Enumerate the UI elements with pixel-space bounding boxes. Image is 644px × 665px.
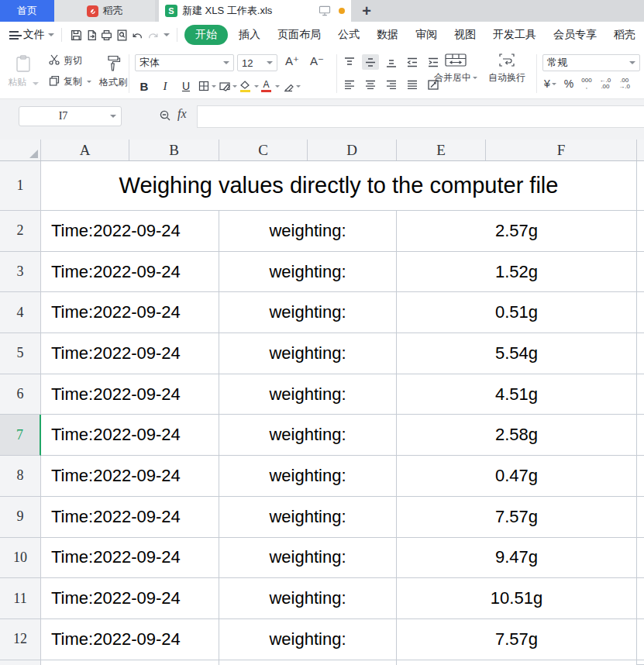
align-middle-button[interactable] xyxy=(362,54,379,70)
row-header[interactable]: 8 xyxy=(0,456,41,497)
cell-sliver[interactable] xyxy=(637,578,644,619)
font-size-select[interactable]: 12 xyxy=(237,54,277,71)
menu-tab-formulas[interactable]: 公式 xyxy=(329,25,368,45)
cell-shading-button[interactable] xyxy=(219,78,237,95)
cell-time[interactable]: Time:2022-09-24 xyxy=(41,497,219,538)
paste-button[interactable]: 粘贴 xyxy=(6,51,40,89)
underline-button[interactable]: U xyxy=(177,78,195,95)
wrap-text-button[interactable]: 自动换行 xyxy=(488,53,525,84)
align-right-button[interactable] xyxy=(383,77,400,92)
tab-home[interactable]: 首页 xyxy=(0,0,54,22)
cell-weighting-label[interactable]: weighting: xyxy=(219,252,397,293)
print-button[interactable] xyxy=(99,26,115,44)
cell-sliver[interactable] xyxy=(637,211,644,252)
row-header[interactable]: 2 xyxy=(0,211,41,252)
align-left-button[interactable] xyxy=(341,77,358,92)
cell-weight-value[interactable]: 2.57g xyxy=(397,211,637,252)
cell-weight-value[interactable]: 1.52g xyxy=(397,252,637,293)
cell-sliver[interactable] xyxy=(637,497,644,538)
menu-tab-review[interactable]: 审阅 xyxy=(407,25,446,45)
cell-weighting-label[interactable] xyxy=(219,660,397,665)
select-all-corner[interactable] xyxy=(0,140,41,160)
save-button[interactable] xyxy=(68,26,84,44)
italic-button[interactable]: I xyxy=(156,78,174,95)
row-header[interactable]: 1 xyxy=(0,161,41,211)
row-header[interactable]: 4 xyxy=(0,292,41,333)
font-color-button[interactable]: A xyxy=(261,78,271,95)
cell-weight-value[interactable] xyxy=(397,660,637,665)
number-format-select[interactable]: 常规 xyxy=(542,54,640,71)
cell-sliver[interactable] xyxy=(637,161,644,211)
eraser-button[interactable] xyxy=(282,78,301,95)
row-header[interactable]: 10 xyxy=(0,538,41,579)
cell-sliver[interactable] xyxy=(637,292,644,333)
column-header-e[interactable]: E xyxy=(397,140,486,160)
magnifier-minus-icon[interactable] xyxy=(159,109,171,125)
row-header[interactable]: 9 xyxy=(0,497,41,538)
menu-tab-docer-resources[interactable]: 稻壳 xyxy=(605,25,644,45)
decrease-decimal-button[interactable]: ←.0.00 xyxy=(600,78,611,90)
hamburger-menu-icon[interactable] xyxy=(9,31,19,40)
menu-tab-home[interactable]: 开始 xyxy=(184,25,228,45)
cell-time[interactable]: Time:2022-09-24 xyxy=(41,619,219,660)
currency-button[interactable]: ¥ xyxy=(544,78,556,90)
cell-time[interactable]: Time:2022-09-24 xyxy=(41,456,219,497)
print-preview-button[interactable] xyxy=(115,26,130,44)
cell-time[interactable]: Time:2022-09-24 xyxy=(41,211,219,252)
column-header-partial[interactable] xyxy=(637,140,644,160)
tab-document[interactable]: S 新建 XLS 工作表.xls xyxy=(159,0,351,22)
cell-weighting-label[interactable]: weighting: xyxy=(219,374,397,415)
percent-button[interactable]: % xyxy=(564,78,573,90)
menu-tab-membership[interactable]: 会员专享 xyxy=(545,25,605,45)
cell-time[interactable]: Time:2022-09-24 xyxy=(41,333,219,374)
cell-weight-value[interactable]: 10.51g xyxy=(397,578,637,619)
cell-weighting-label[interactable]: weighting: xyxy=(219,211,397,252)
column-header-d[interactable]: D xyxy=(308,140,397,160)
copy-button[interactable]: 复制 xyxy=(48,74,91,89)
borders-button[interactable] xyxy=(198,78,216,95)
cell-weighting-label[interactable]: weighting: xyxy=(219,619,397,660)
font-name-select[interactable]: 宋体 xyxy=(135,54,234,71)
cell-time[interactable]: Time:2022-09-24 xyxy=(41,374,219,415)
cell-weighting-label[interactable]: weighting: xyxy=(219,292,397,333)
cell-weight-value[interactable]: 0.51g xyxy=(397,292,637,333)
cell-weight-value[interactable]: 0.47g xyxy=(397,456,637,497)
thousands-separator-button[interactable]: 000, xyxy=(581,78,591,90)
menu-tab-developer[interactable]: 开发工具 xyxy=(484,25,545,45)
cell-weighting-label[interactable]: weighting: xyxy=(219,538,397,579)
fill-color-button[interactable] xyxy=(239,78,250,95)
menu-tab-page-layout[interactable]: 页面布局 xyxy=(269,25,329,45)
align-top-button[interactable] xyxy=(341,54,358,70)
file-menu[interactable]: 文件 xyxy=(23,28,45,42)
cell-weight-value[interactable]: 9.47g xyxy=(397,538,637,579)
align-center-button[interactable] xyxy=(362,77,379,92)
cell-sliver[interactable] xyxy=(637,456,644,497)
row-header[interactable]: 11 xyxy=(0,578,41,619)
export-button[interactable] xyxy=(84,26,99,44)
tab-docer[interactable]: 稻壳 xyxy=(54,0,155,22)
cell-time[interactable]: Time:2022-09-24 xyxy=(41,415,219,456)
bold-button[interactable]: B xyxy=(135,78,153,95)
cell-sliver[interactable] xyxy=(637,538,644,579)
undo-button[interactable] xyxy=(130,26,146,44)
merge-center-button[interactable]: 合并居中 xyxy=(434,53,477,84)
cell-weight-value[interactable]: 4.51g xyxy=(397,374,637,415)
cell-time[interactable]: Time:2022-09-24 xyxy=(41,538,219,579)
menu-tab-data[interactable]: 数据 xyxy=(368,25,407,45)
column-header-a[interactable]: A xyxy=(41,140,129,160)
row-header[interactable]: 7 xyxy=(0,415,41,456)
column-header-c[interactable]: C xyxy=(219,140,308,160)
cell-sliver[interactable] xyxy=(637,374,644,415)
cell-weight-value[interactable]: 7.57g xyxy=(397,619,637,660)
cell-time[interactable]: Time:2022-09-24 xyxy=(41,252,219,293)
cell-sliver[interactable] xyxy=(637,660,644,665)
cell-sliver[interactable] xyxy=(637,252,644,293)
formula-input[interactable] xyxy=(197,105,644,128)
cell-sliver[interactable] xyxy=(637,333,644,374)
format-painter-button[interactable]: 格式刷 xyxy=(99,51,127,89)
row-header[interactable]: 5 xyxy=(0,333,41,374)
row-header[interactable]: 12 xyxy=(0,619,41,660)
row-header[interactable] xyxy=(0,660,41,665)
cell-weighting-label[interactable]: weighting: xyxy=(219,415,397,456)
fx-label[interactable]: fx xyxy=(177,107,187,121)
